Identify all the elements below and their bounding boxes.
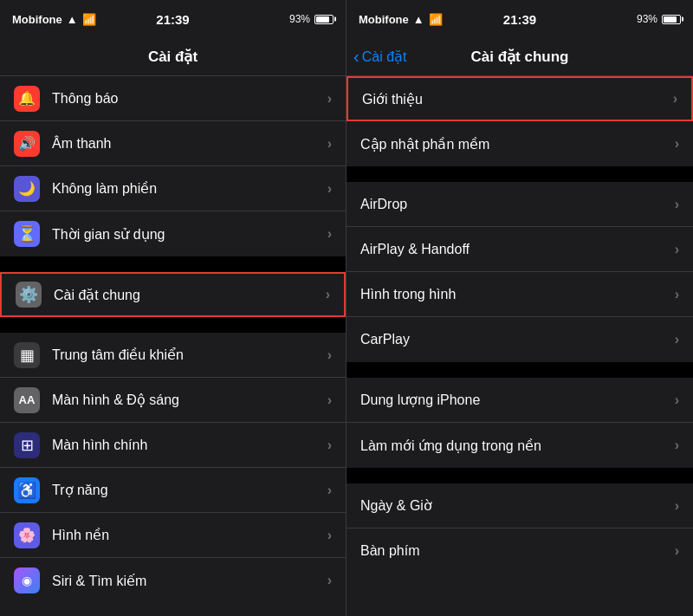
chevron-thong-bao: › xyxy=(327,91,332,107)
chevron-hinh-nen: › xyxy=(327,528,332,543)
carrier-name-right: Mobifone xyxy=(359,13,409,26)
row-thoi-gian-su-dung[interactable]: ⏳ Thời gian sử dụng › xyxy=(0,211,346,256)
label-khong-lam-phien: Không làm phiền xyxy=(52,180,322,197)
label-thong-bao: Thông báo xyxy=(52,91,322,107)
row-man-hinh-chinh[interactable]: ⊞ Màn hình chính › xyxy=(0,423,346,468)
nav-header-right: ‹ Cài đặt Cài đặt chung xyxy=(346,38,693,76)
icon-thoi-gian-su-dung: ⏳ xyxy=(14,221,40,247)
battery-fill-right xyxy=(664,16,677,23)
icon-man-hinh-do-sang: AA xyxy=(14,387,40,413)
row-siri[interactable]: ◉ Siri & Tìm kiếm › xyxy=(0,558,346,603)
chevron-siri: › xyxy=(327,573,332,588)
wifi-icon-right: 📶 xyxy=(429,13,443,26)
row-man-hinh-do-sang[interactable]: AA Màn hình & Độ sáng › xyxy=(0,378,346,423)
settings-list-left: 🔔 Thông báo › 🔊 Âm thanh › 🌙 Không làm p… xyxy=(0,76,346,616)
label-carplay: CarPlay xyxy=(360,332,670,347)
battery-icon-right xyxy=(662,15,681,24)
row-carplay[interactable]: CarPlay › xyxy=(346,317,693,362)
row-lam-moi-ung-dung[interactable]: Làm mới ứng dụng trong nền › xyxy=(346,423,693,468)
row-thong-bao[interactable]: 🔔 Thông báo › xyxy=(0,76,346,121)
chevron-ngay-gio: › xyxy=(675,498,679,514)
spacer-right-1 xyxy=(346,166,693,182)
time-left: 21:39 xyxy=(156,12,189,27)
label-man-hinh-do-sang: Màn hình & Độ sáng xyxy=(52,392,322,408)
battery-area-left: 93% xyxy=(289,13,334,25)
chevron-tro-nang: › xyxy=(327,483,332,498)
row-cap-nhat-phan-mem[interactable]: Cập nhật phần mềm › xyxy=(346,121,693,166)
chevron-man-hinh-chinh: › xyxy=(327,438,332,453)
group-storage: Dung lượng iPhone › Làm mới ứng dụng tro… xyxy=(346,378,693,468)
battery-icon-left xyxy=(314,15,334,24)
label-am-thanh: Âm thanh xyxy=(52,136,322,152)
row-am-thanh[interactable]: 🔊 Âm thanh › xyxy=(0,121,346,166)
label-airdrop: AirDrop xyxy=(360,197,670,212)
chevron-trung-tam-dieu-khien: › xyxy=(327,347,332,363)
group-datetime: Ngày & Giờ › Bàn phím › xyxy=(346,483,693,574)
chevron-cai-dat-chung: › xyxy=(326,287,330,302)
time-right: 21:39 xyxy=(503,12,536,27)
row-dung-luong-iphone[interactable]: Dung lượng iPhone › xyxy=(346,378,693,423)
carrier-left: Mobifone ▲ 📶 xyxy=(12,13,96,26)
chevron-man-hinh-do-sang: › xyxy=(327,392,332,408)
icon-trung-tam-dieu-khien: ▦ xyxy=(14,342,40,368)
label-trung-tam-dieu-khien: Trung tâm điều khiển xyxy=(52,347,322,363)
back-button[interactable]: ‹ Cài đặt xyxy=(353,49,406,65)
wifi-icon-left: 📶 xyxy=(82,13,96,26)
group-control: ▦ Trung tâm điều khiển › AA Màn hình & Đ… xyxy=(0,333,346,603)
label-gioi-thieu: Giới thiệu xyxy=(362,91,668,107)
chevron-airplay-handoff: › xyxy=(675,242,679,257)
chevron-hinh-trong-hinh: › xyxy=(675,287,679,302)
signal-icon-right: ▲ xyxy=(413,13,424,26)
row-gioi-thieu[interactable]: Giới thiệu › xyxy=(346,76,693,121)
battery-pct-right: 93% xyxy=(637,13,657,25)
label-hinh-nen: Hình nền xyxy=(52,527,322,543)
battery-fill-left xyxy=(316,16,329,23)
signal-icon-left: ▲ xyxy=(67,13,78,26)
group-about: Giới thiệu › Cập nhật phần mềm › xyxy=(346,76,693,166)
chevron-thoi-gian-su-dung: › xyxy=(327,226,332,242)
icon-thong-bao: 🔔 xyxy=(14,86,40,112)
row-khong-lam-phien[interactable]: 🌙 Không làm phiền › xyxy=(0,166,346,211)
right-panel: Mobifone ▲ 📶 21:39 93% ‹ Cài đặt Cài đặt… xyxy=(346,0,693,616)
row-airdrop[interactable]: AirDrop › xyxy=(346,182,693,227)
row-ngay-gio[interactable]: Ngày & Giờ › xyxy=(346,483,693,528)
row-ban-phim[interactable]: Bàn phím › xyxy=(346,528,693,574)
row-airplay-handoff[interactable]: AirPlay & Handoff › xyxy=(346,227,693,272)
icon-cai-dat-chung: ⚙️ xyxy=(16,282,42,308)
group-notifications: 🔔 Thông báo › 🔊 Âm thanh › 🌙 Không làm p… xyxy=(0,76,346,256)
battery-pct-left: 93% xyxy=(289,13,310,25)
status-bar-right: Mobifone ▲ 📶 21:39 93% xyxy=(346,0,693,38)
chevron-cap-nhat-phan-mem: › xyxy=(675,136,679,152)
label-hinh-trong-hinh: Hình trong hình xyxy=(360,287,670,302)
row-cai-dat-chung[interactable]: ⚙️ Cài đặt chung › xyxy=(0,272,346,317)
icon-siri: ◉ xyxy=(14,567,40,593)
left-panel: Mobifone ▲ 📶 21:39 93% Cài đặt 🔔 Thông b… xyxy=(0,0,346,616)
chevron-carplay: › xyxy=(675,332,679,347)
nav-title-left: Cài đặt xyxy=(148,48,198,66)
row-hinh-trong-hinh[interactable]: Hình trong hình › xyxy=(346,272,693,317)
label-cai-dat-chung: Cài đặt chung xyxy=(54,287,321,303)
label-ban-phim: Bàn phím xyxy=(360,543,670,559)
label-man-hinh-chinh: Màn hình chính xyxy=(52,438,322,453)
row-tro-nang[interactable]: ♿ Trợ năng › xyxy=(0,468,346,513)
label-airplay-handoff: AirPlay & Handoff xyxy=(360,242,670,257)
chevron-gioi-thieu: › xyxy=(673,91,677,107)
chevron-lam-moi-ung-dung: › xyxy=(675,438,679,453)
group-connectivity: AirDrop › AirPlay & Handoff › Hình trong… xyxy=(346,182,693,362)
settings-list-right: Giới thiệu › Cập nhật phần mềm › AirDrop… xyxy=(346,76,693,616)
label-ngay-gio: Ngày & Giờ xyxy=(360,497,670,514)
spacer-2 xyxy=(0,317,346,333)
row-trung-tam-dieu-khien[interactable]: ▦ Trung tâm điều khiển › xyxy=(0,333,346,378)
chevron-dung-luong-iphone: › xyxy=(675,392,679,408)
status-bar-left: Mobifone ▲ 📶 21:39 93% xyxy=(0,0,346,38)
nav-title-right: Cài đặt chung xyxy=(471,48,569,66)
spacer-1 xyxy=(0,256,346,272)
chevron-ban-phim: › xyxy=(675,543,679,559)
label-lam-moi-ung-dung: Làm mới ứng dụng trong nền xyxy=(360,438,670,454)
label-siri: Siri & Tìm kiếm xyxy=(52,573,322,589)
icon-tro-nang: ♿ xyxy=(14,477,40,503)
row-hinh-nen[interactable]: 🌸 Hình nền › xyxy=(0,513,346,558)
carrier-name-left: Mobifone xyxy=(12,13,62,26)
spacer-right-2 xyxy=(346,362,693,378)
label-thoi-gian-su-dung: Thời gian sử dụng xyxy=(52,226,322,243)
